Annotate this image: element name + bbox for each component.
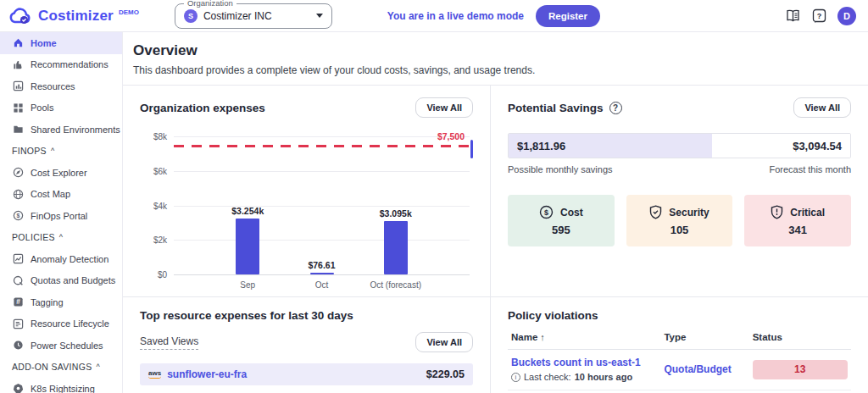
sidebar-item-recommendations[interactable]: Recommendations	[0, 54, 122, 76]
organization-select[interactable]: Organization S Costimizer INC	[175, 3, 332, 29]
chevron-up-icon: ^	[51, 147, 55, 155]
org-expenses-view-all-button[interactable]: View All	[415, 97, 473, 118]
sidebar-item-resources[interactable]: Resources	[0, 75, 122, 97]
top-resources-view-all-button[interactable]: View All	[415, 332, 473, 352]
saved-views-link[interactable]: Saved Views	[140, 335, 198, 350]
resource-name-link[interactable]: sunflower-eu-fra	[167, 368, 420, 380]
organization-value: Costimizer INC	[203, 10, 310, 22]
savings-help-icon[interactable]: ?	[609, 102, 622, 114]
sidebar-item-power-schedules[interactable]: Power Schedules	[0, 335, 122, 357]
page-title: Overview	[133, 42, 848, 59]
sidebar-item-shared-environments[interactable]: Shared Environments	[0, 119, 122, 141]
user-avatar[interactable]: D	[837, 7, 856, 25]
x-axis-tick: Oct	[315, 280, 329, 290]
grid-icon	[12, 102, 24, 113]
violation-type-link[interactable]: Quota/Budget	[664, 363, 752, 375]
sidebar-item-cost-map[interactable]: Cost Map	[0, 184, 122, 206]
critical-card-label: Critical	[790, 207, 825, 219]
sidebar-section-policies[interactable]: POLICIES^	[0, 227, 122, 249]
sidebar-item-home[interactable]: Home	[0, 32, 122, 54]
sort-ascending-icon[interactable]: ↑	[540, 332, 545, 342]
bar-oct[interactable]	[310, 273, 334, 274]
compass-icon	[12, 167, 24, 179]
logo-text: Costimizer	[38, 8, 114, 25]
svg-text:$: $	[16, 213, 19, 219]
sidebar-item-cost-explorer[interactable]: Cost Explorer	[0, 162, 122, 184]
policy-violations-table: Name↑ Type Status Buckets count in us-ea…	[508, 332, 851, 393]
potential-savings-panel: Potential Savings ? View All $1,811.96 $…	[491, 86, 868, 297]
anomaly-chart-icon	[12, 253, 24, 265]
chevron-up-icon: ^	[59, 233, 64, 241]
page-description: This dashboard provides a complete view …	[133, 64, 848, 76]
sidebar-item-pools[interactable]: Pools	[0, 97, 122, 119]
sidebar-item-resource-lifecycle[interactable]: Resource Lifecycle	[0, 313, 122, 335]
critical-card-value: 341	[788, 224, 807, 236]
column-header-status[interactable]: Status	[753, 332, 851, 342]
x-axis-tick: Sep	[240, 280, 255, 290]
possible-savings-label: Possible monthly savings	[508, 164, 613, 174]
gridline	[174, 206, 470, 207]
sidebar-item-k8s-rightsizing[interactable]: K8s Rightsizing	[0, 378, 122, 393]
quota-icon	[12, 274, 24, 286]
dollar-circle-icon: $	[12, 210, 24, 222]
cost-recommendations-card[interactable]: $ Cost 595	[508, 195, 615, 246]
organization-select-label: Organization	[184, 0, 236, 8]
sidebar-item-label: Quotas and Budgets	[31, 275, 115, 285]
chart-scroll-indicator[interactable]	[470, 140, 473, 158]
column-header-name[interactable]: Name↑	[511, 332, 664, 342]
app-logo[interactable]: Costimizer DEMO	[38, 8, 139, 25]
docs-book-icon[interactable]	[785, 8, 800, 24]
sidebar-item-label: Resource Lifecycle	[31, 318, 109, 329]
bar-value-label: $76.61	[308, 260, 335, 270]
resource-expense-value: $229.05	[426, 368, 465, 380]
sidebar-item-tagging[interactable]: #Tagging	[0, 291, 122, 313]
column-header-type[interactable]: Type	[664, 332, 752, 342]
demo-badge: DEMO	[119, 8, 139, 16]
dollar-circle-icon: $	[539, 205, 554, 219]
sidebar-item-label: Power Schedules	[31, 340, 103, 351]
sidebar-item-label: Pools	[31, 102, 54, 113]
violation-name-link[interactable]: Buckets count in us-east-1	[511, 357, 664, 368]
sidebar-item-label: Shared Environments	[31, 125, 120, 135]
lifecycle-list-icon	[12, 318, 24, 329]
top-resources-title: Top resource expenses for last 30 days	[140, 309, 353, 322]
svg-text:?: ?	[816, 12, 821, 20]
y-axis-tick: $6k	[153, 166, 167, 175]
aws-provider-icon: aws	[148, 369, 161, 379]
sidebar-item-finops-portal[interactable]: $FinOps Portal	[0, 205, 122, 227]
demo-mode-notice: You are in a live demo mode	[387, 10, 524, 22]
security-card-value: 105	[670, 224, 689, 236]
cost-card-label: Cost	[560, 207, 583, 219]
bar-chart-icon	[12, 80, 24, 92]
sidebar-section-finops[interactable]: FINOPS^	[0, 141, 122, 163]
register-button[interactable]: Register	[536, 5, 600, 27]
sidebar-section-add-on-savings[interactable]: ADD-ON SAVINGS^	[0, 357, 122, 379]
shield-check-icon	[649, 205, 662, 219]
bar-sep[interactable]	[236, 219, 259, 274]
chevron-up-icon: ^	[96, 363, 100, 371]
y-axis-tick: $2k	[153, 235, 167, 245]
security-recommendations-card[interactable]: Security 105	[626, 195, 733, 246]
gridline	[174, 240, 470, 241]
forecast-label: Forecast this month	[769, 164, 851, 174]
sidebar-item-label: Cost Explorer	[31, 168, 87, 178]
top-resources-panel: Top resource expenses for last 30 days S…	[123, 297, 491, 393]
help-icon[interactable]: ?	[811, 8, 826, 24]
sidebar-item-quotas-and-budgets[interactable]: Quotas and Budgets	[0, 270, 122, 292]
sidebar-item-label: Recommendations	[31, 59, 108, 69]
savings-view-all-button[interactable]: View All	[793, 97, 851, 118]
gridline	[174, 171, 470, 172]
critical-recommendations-card[interactable]: Critical 341	[744, 195, 851, 246]
organization-expenses-panel: Organization expenses View All $8k$6k$4k…	[123, 86, 491, 297]
k8s-icon	[12, 383, 24, 393]
sidebar-item-anomaly-detection[interactable]: Anomaly Detection	[0, 248, 122, 270]
bar-oct-forecast-[interactable]	[384, 221, 408, 274]
x-axis-tick: Oct (forecast)	[370, 280, 421, 290]
violation-status-badge: 13	[753, 360, 848, 379]
policy-violation-row[interactable]: Buckets count in us-east-1 i Last check:…	[508, 350, 851, 390]
savings-progress-filled: $1,811.96	[509, 134, 712, 158]
cost-card-value: 595	[552, 224, 570, 236]
app-header: Costimizer DEMO Organization S Costimize…	[0, 0, 868, 32]
resource-expense-row[interactable]: aws sunflower-eu-fra $229.05	[140, 363, 473, 385]
svg-text:#: #	[16, 298, 20, 307]
